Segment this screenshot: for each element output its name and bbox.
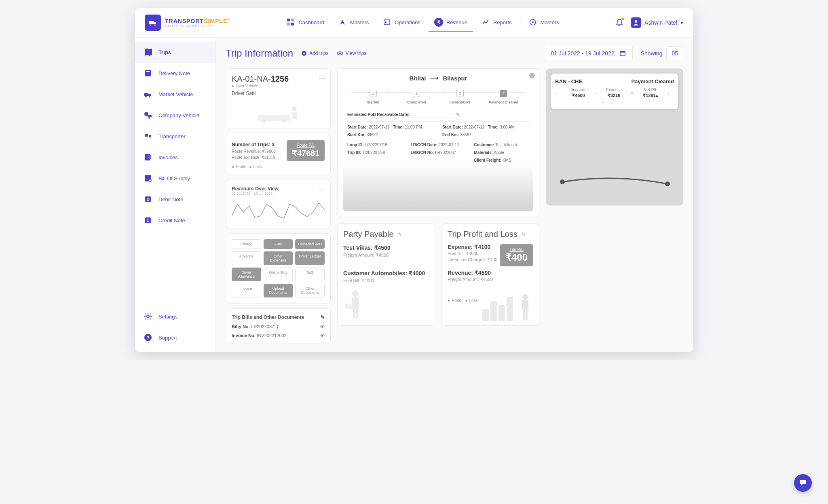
end-date: Start Date: 2022-07-12 Time: 3:00 AM: [442, 125, 529, 129]
view-trips-button[interactable]: View trips: [337, 51, 367, 56]
lr-date: LR/GCN Date: 2022-07-11: [411, 143, 466, 147]
num-trips: Number of Trips: 3: [232, 142, 283, 148]
chip-invoice[interactable]: Invoice: [232, 284, 261, 297]
svg-point-13: [635, 20, 637, 23]
svg-point-9: [385, 21, 387, 23]
nav-operations[interactable]: Operations: [377, 14, 426, 32]
rupee-icon: ₹: [434, 18, 443, 27]
svg-rect-16: [144, 93, 148, 96]
sidebar-debit-note[interactable]: DDebit Note: [135, 189, 215, 210]
vehicle-card: ⋯ KA-01-NA-1256 ●Own Vehicle Driver Satt…: [226, 68, 331, 129]
revenue-total: Revenue: ₹4500: [448, 270, 533, 276]
chip-other-documents[interactable]: Other Documents: [295, 284, 325, 297]
target-icon: [528, 18, 537, 27]
svg-point-37: [339, 53, 341, 54]
vehicle-plate: KA-01-NA-1256: [232, 74, 325, 84]
chip-charge[interactable]: Charge: [232, 239, 261, 249]
debit-icon: D: [143, 194, 153, 204]
edit-icon[interactable]: ✎: [515, 143, 518, 147]
chip-bos[interactable]: BoS: [295, 268, 325, 281]
next-icon[interactable]: ›: [667, 91, 674, 95]
eye-icon[interactable]: 👁: [320, 333, 325, 338]
nav-dashboard[interactable]: Dashboard: [281, 14, 330, 32]
nav-revenue[interactable]: ₹Revenue: [429, 14, 473, 32]
revenue-freight: Freight Amount: ₹4500: [448, 277, 533, 282]
truck-illustration: [232, 99, 325, 123]
vehicle-driver: Driver Satti: [232, 91, 325, 96]
materials: Materials: Apple: [474, 150, 529, 155]
svg-point-45: [352, 290, 359, 297]
party-1-name: Test Vikas: ₹4500: [343, 245, 429, 251]
sidebar-support[interactable]: ?Support: [135, 327, 215, 348]
profit-loss-legend: ProfitLoss: [232, 164, 325, 169]
sidebar-invoices[interactable]: Invoices: [135, 147, 215, 168]
user-menu[interactable]: Ashwin Patel ▾: [631, 17, 683, 28]
date-range-picker[interactable]: 01 Jul 2022 - 19 Jul 2022: [544, 46, 632, 61]
chip-upload-documents[interactable]: Upload Documents: [264, 284, 293, 297]
chip-other-expenses[interactable]: Other Expenses: [264, 251, 293, 265]
svg-point-18: [145, 96, 147, 97]
sidebar-trips[interactable]: Trips: [135, 42, 215, 63]
edit-icon[interactable]: ✎: [321, 314, 325, 320]
more-icon[interactable]: ⋯: [318, 74, 325, 82]
svg-rect-7: [291, 23, 294, 25]
sidebar-delivery-note[interactable]: Delivery Note: [135, 63, 215, 84]
nav-masters[interactable]: Masters: [332, 14, 374, 32]
edit-icon[interactable]: ✎: [522, 232, 526, 237]
chip-driver-ledger[interactable]: Driver Ledger: [295, 251, 325, 265]
svg-rect-0: [149, 21, 154, 24]
svg-rect-47: [353, 310, 355, 318]
download-icon[interactable]: ⭳: [275, 324, 280, 329]
action-chips-card: Charge Fuel Uploaded PoD Advance Other E…: [226, 233, 331, 304]
credit-icon: C: [143, 215, 153, 225]
bilty-row: Bilty No: LR2022037 ⭳ 👁: [232, 324, 325, 329]
eye-icon[interactable]: 👁: [320, 324, 325, 329]
showing-count[interactable]: 05: [666, 46, 683, 60]
svg-rect-52: [523, 310, 525, 320]
transporter-icon: [143, 131, 153, 141]
pod-label: Estimated PoD Receivable Date:: [347, 112, 409, 117]
help-icon: ?: [143, 333, 153, 342]
nav-reports[interactable]: Reports: [475, 14, 518, 32]
revenue-overview-title: Revenure Over View: [232, 186, 325, 192]
pod-date-input[interactable]: [412, 111, 453, 118]
sidebar-transporter[interactable]: Transporter: [135, 126, 215, 147]
revenue-sparkline: [232, 198, 325, 222]
route-pl-badge: Route P/L ₹47681: [287, 140, 325, 161]
chip-driver-allowance[interactable]: Driver Allowance: [232, 268, 261, 281]
svg-rect-4: [287, 19, 290, 21]
edit-icon[interactable]: ✎: [398, 232, 402, 237]
chip-advance[interactable]: Advance: [232, 251, 261, 265]
sidebar-credit-note[interactable]: CCredit Note: [135, 210, 215, 231]
party-1-sub: Freight Amount: ₹4500: [343, 253, 429, 258]
sidebar-settings[interactable]: Settings: [135, 306, 215, 327]
map-panel[interactable]: BAN - CHE Payment Cleared ‹ Income₹4500 …: [546, 68, 683, 206]
svg-point-55: [560, 179, 565, 184]
chip-online-bilty[interactable]: Online Bilty: [264, 268, 293, 281]
svg-rect-21: [148, 115, 152, 117]
trip-docs-card: Trip Bills and Other Documents✎ Bilty No…: [226, 308, 331, 344]
trip-pl-card: Trip Profit and Loss✎ Expense: ₹4100 Fue…: [441, 224, 539, 326]
vehicle-type: ●Own Vehicle: [232, 84, 325, 88]
route-map-preview[interactable]: [343, 167, 533, 211]
svg-rect-14: [145, 70, 151, 76]
add-trips-button[interactable]: Add trips: [301, 51, 328, 56]
chip-uploaded-pod[interactable]: Uploaded PoD: [295, 239, 325, 249]
svg-rect-48: [356, 310, 358, 318]
svg-rect-44: [292, 112, 297, 119]
sidebar-company-vehicle[interactable]: Company Vehicle: [135, 105, 215, 126]
nav-masters-2[interactable]: Masters: [523, 14, 565, 32]
gear-icon: [143, 312, 153, 321]
dashboard-icon: [286, 18, 295, 27]
map-summary-overlay: BAN - CHE Payment Cleared ‹ Income₹4500 …: [551, 74, 678, 109]
sidebar-market-vehicle[interactable]: Market Vehicle: [135, 84, 215, 105]
more-icon[interactable]: ⋯: [318, 186, 325, 194]
chip-fuel[interactable]: Fuel: [264, 239, 293, 249]
svg-point-50: [522, 294, 528, 300]
svg-point-3: [154, 24, 156, 26]
notifications-icon[interactable]: [615, 19, 623, 27]
prev-icon[interactable]: ‹: [555, 91, 562, 95]
edit-icon[interactable]: ✎: [456, 112, 459, 117]
carousel-dots[interactable]: ● ○ ○ ○ ○ ○: [555, 101, 674, 104]
sidebar-bill-of-supply[interactable]: Bill Of Supply: [135, 168, 215, 189]
